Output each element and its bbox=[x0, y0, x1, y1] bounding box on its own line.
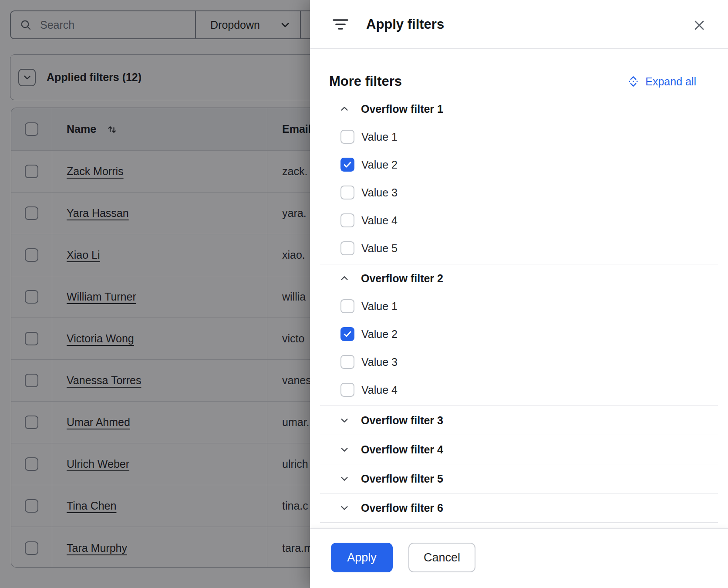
checkbox[interactable] bbox=[340, 299, 354, 313]
expand-all-label: Expand all bbox=[645, 75, 696, 88]
filter-section: Overflow filter 6 bbox=[320, 493, 718, 523]
chevron-down-icon bbox=[340, 416, 349, 425]
checkbox-checked[interactable] bbox=[340, 158, 354, 172]
filter-section: Overflow filter 2 Value 1 Value 2 Value … bbox=[320, 264, 718, 406]
filter-section-toggle[interactable]: Overflow filter 3 bbox=[320, 406, 718, 435]
expand-all-icon bbox=[627, 75, 639, 88]
filter-section: Overflow filter 5 bbox=[320, 464, 718, 493]
filter-section-values: Value 1 Value 2 Value 3 Value 4 bbox=[320, 292, 718, 406]
filter-section: Overflow filter 1 Value 1 Value 2 Value … bbox=[320, 95, 718, 264]
chevron-down-icon bbox=[340, 445, 349, 454]
cancel-button[interactable]: Cancel bbox=[408, 543, 475, 572]
checkbox[interactable] bbox=[340, 355, 354, 369]
filter-value-label: Value 2 bbox=[361, 328, 398, 341]
filter-value-row[interactable]: Value 2 bbox=[320, 320, 718, 348]
more-filters-heading: More filters bbox=[329, 74, 402, 89]
filter-section: Overflow filter 4 bbox=[320, 435, 718, 464]
filter-section-label: Overflow filter 6 bbox=[361, 502, 443, 514]
drawer-header: Apply filters bbox=[310, 0, 728, 49]
filter-value-label: Value 2 bbox=[361, 159, 398, 171]
filter-value-label: Value 4 bbox=[361, 384, 398, 396]
checkbox[interactable] bbox=[340, 186, 354, 199]
filter-section-label: Overflow filter 2 bbox=[361, 272, 443, 285]
filter-value-row[interactable]: Value 5 bbox=[320, 234, 718, 262]
expand-all-button[interactable]: Expand all bbox=[627, 75, 696, 88]
filter-value-row[interactable]: Value 3 bbox=[320, 179, 718, 206]
checkbox[interactable] bbox=[340, 241, 354, 255]
drawer-title: Apply filters bbox=[366, 17, 444, 32]
filter-section-toggle[interactable]: Overflow filter 5 bbox=[320, 464, 718, 493]
filter-section-values: Value 1 Value 2 Value 3 Value 4 Value 5 bbox=[320, 123, 718, 264]
chevron-down-icon bbox=[340, 474, 349, 483]
filter-section-toggle[interactable]: Overflow filter 6 bbox=[320, 493, 718, 522]
close-icon bbox=[693, 19, 706, 32]
filter-value-row[interactable]: Value 3 bbox=[320, 348, 718, 376]
filter-value-row[interactable]: Value 4 bbox=[320, 376, 718, 404]
filter-section: Overflow filter 3 bbox=[320, 406, 718, 435]
checkbox-checked[interactable] bbox=[340, 327, 354, 341]
filter-value-label: Value 4 bbox=[361, 214, 398, 227]
filter-section-toggle[interactable]: Overflow filter 2 bbox=[320, 264, 718, 292]
checkbox[interactable] bbox=[340, 130, 354, 144]
apply-button[interactable]: Apply bbox=[331, 543, 393, 572]
filter-section-label: Overflow filter 3 bbox=[361, 414, 443, 427]
filter-icon bbox=[332, 17, 349, 32]
filter-section-label: Overflow filter 1 bbox=[361, 103, 443, 115]
filter-value-row[interactable]: Value 1 bbox=[320, 292, 718, 320]
filter-value-row[interactable]: Value 1 bbox=[320, 123, 718, 151]
filter-value-label: Value 1 bbox=[361, 131, 398, 143]
more-filters-row: More filters Expand all bbox=[320, 68, 718, 95]
filter-value-label: Value 1 bbox=[361, 300, 398, 313]
chevron-down-icon bbox=[340, 503, 349, 513]
checkbox[interactable] bbox=[340, 383, 354, 397]
filter-section-toggle[interactable]: Overflow filter 1 bbox=[320, 95, 718, 123]
filter-value-label: Value 5 bbox=[361, 242, 398, 255]
filter-sections: Overflow filter 1 Value 1 Value 2 Value … bbox=[320, 95, 718, 523]
filter-value-label: Value 3 bbox=[361, 186, 398, 199]
checkbox[interactable] bbox=[340, 213, 354, 227]
filter-value-label: Value 3 bbox=[361, 356, 398, 368]
chevron-up-icon bbox=[340, 104, 349, 114]
apply-filters-drawer: Apply filters More filters bbox=[310, 0, 728, 588]
screen: Dropdown Applied filters (12) bbox=[0, 0, 728, 588]
filter-value-row[interactable]: Value 4 bbox=[320, 206, 718, 234]
filter-section-toggle[interactable]: Overflow filter 4 bbox=[320, 435, 718, 464]
filter-value-row[interactable]: Value 2 bbox=[320, 151, 718, 179]
filter-section-label: Overflow filter 4 bbox=[361, 443, 443, 456]
drawer-body: More filters Expand all bbox=[310, 49, 728, 528]
chevron-up-icon bbox=[340, 274, 349, 283]
drawer-footer: Apply Cancel bbox=[310, 528, 728, 588]
filter-section-label: Overflow filter 5 bbox=[361, 473, 443, 485]
close-button[interactable] bbox=[690, 16, 709, 35]
